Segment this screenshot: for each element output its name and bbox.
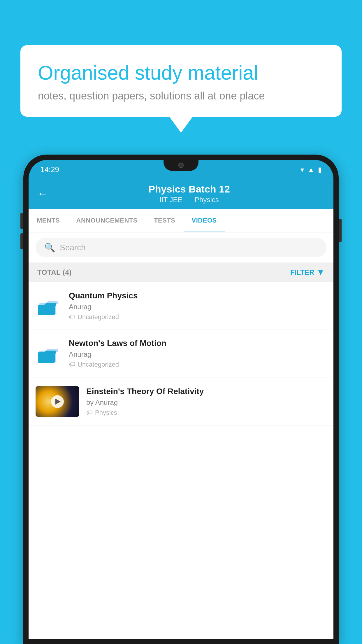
folder-icon-container — [36, 340, 62, 367]
folder-icon-container — [36, 293, 62, 319]
filter-bar: TOTAL (4) FILTER ▼ — [29, 262, 333, 282]
video-list: Quantum Physics Anurag 🏷 Uncategorized — [29, 282, 333, 639]
video-info: Newton's Laws of Motion Anurag 🏷 Uncateg… — [69, 339, 326, 368]
video-info: Einstein's Theory Of Relativity by Anura… — [86, 387, 326, 416]
video-title: Einstein's Theory Of Relativity — [86, 387, 326, 396]
list-item[interactable]: Einstein's Theory Of Relativity by Anura… — [29, 377, 333, 426]
tag-label: Physics — [95, 409, 117, 416]
speech-bubble-subtitle: notes, question papers, solutions all at… — [38, 90, 324, 102]
phone-inner: 14:29 ▾ ▲ ▮ ← Physics Batch 12 IIT JEE P… — [29, 160, 333, 639]
speech-bubble-title: Organised study material — [38, 61, 324, 84]
list-item[interactable]: Newton's Laws of Motion Anurag 🏷 Uncateg… — [29, 330, 333, 377]
video-tag: 🏷 Uncategorized — [69, 313, 326, 321]
header-subtitle: IIT JEE Physics — [54, 196, 325, 204]
phone-content: MENTS ANNOUNCEMENTS TESTS VIDEOS 🔍 Searc… — [29, 209, 333, 639]
status-bar: 14:29 ▾ ▲ ▮ — [29, 160, 333, 178]
video-title: Newton's Laws of Motion — [69, 339, 326, 348]
svg-rect-1 — [38, 305, 55, 315]
notch — [164, 160, 198, 171]
back-button[interactable]: ← — [37, 188, 48, 200]
video-title: Quantum Physics — [69, 291, 326, 300]
filter-button[interactable]: FILTER ▼ — [290, 268, 325, 277]
speech-bubble-card: Organised study material notes, question… — [20, 45, 342, 117]
wifi-icon: ▾ — [301, 166, 304, 174]
video-tag: 🏷 Uncategorized — [69, 361, 326, 368]
video-thumbnail — [36, 386, 79, 417]
camera — [178, 163, 184, 168]
tab-announcements[interactable]: ANNOUNCEMENTS — [68, 209, 146, 232]
tab-ments[interactable]: MENTS — [29, 209, 68, 232]
header-title: Physics Batch 12 — [54, 183, 325, 195]
folder-icon — [38, 297, 60, 316]
tag-icon: 🏷 — [69, 361, 75, 368]
play-button-overlay[interactable] — [51, 395, 64, 408]
status-time: 14:29 — [40, 165, 59, 174]
status-icons: ▾ ▲ ▮ — [301, 166, 322, 174]
speech-bubble-section: Organised study material notes, question… — [20, 45, 342, 133]
list-item[interactable]: Quantum Physics Anurag 🏷 Uncategorized — [29, 282, 333, 330]
volume-down-button[interactable] — [20, 233, 23, 249]
total-count: TOTAL (4) — [37, 268, 72, 276]
filter-icon: ▼ — [317, 268, 325, 277]
tab-tests[interactable]: TESTS — [146, 209, 183, 232]
svg-rect-3 — [38, 352, 55, 363]
video-author: Anurag — [69, 350, 326, 358]
tabs-bar: MENTS ANNOUNCEMENTS TESTS VIDEOS — [29, 209, 333, 232]
search-container: 🔍 Search — [29, 232, 333, 262]
power-button[interactable] — [339, 219, 342, 242]
battery-icon: ▮ — [318, 166, 322, 174]
tag-icon: 🏷 — [86, 409, 93, 416]
search-box[interactable]: 🔍 Search — [36, 238, 326, 257]
app-header: ← Physics Batch 12 IIT JEE Physics — [29, 178, 333, 209]
tag-label: Uncategorized — [78, 361, 119, 368]
tab-videos[interactable]: VIDEOS — [184, 209, 225, 232]
video-info: Quantum Physics Anurag 🏷 Uncategorized — [69, 291, 326, 321]
video-tag: 🏷 Physics — [86, 409, 326, 416]
search-icon: 🔍 — [44, 242, 55, 253]
volume-up-button[interactable] — [20, 213, 23, 229]
video-author: by Anurag — [86, 398, 326, 407]
video-author: Anurag — [69, 303, 326, 311]
tag-icon: 🏷 — [69, 313, 75, 321]
speech-bubble-tail — [169, 117, 193, 133]
search-input[interactable]: Search — [60, 243, 86, 252]
header-title-area: Physics Batch 12 IIT JEE Physics — [54, 183, 325, 204]
play-icon — [55, 399, 61, 405]
filter-label: FILTER — [290, 268, 314, 276]
header-subtitle-part2: Physics — [195, 196, 219, 204]
signal-icon: ▲ — [307, 166, 314, 174]
tag-label: Uncategorized — [78, 313, 119, 321]
folder-icon — [38, 344, 60, 363]
phone-frame: 14:29 ▾ ▲ ▮ ← Physics Batch 12 IIT JEE P… — [23, 155, 339, 644]
header-subtitle-part1: IIT JEE — [159, 196, 182, 204]
